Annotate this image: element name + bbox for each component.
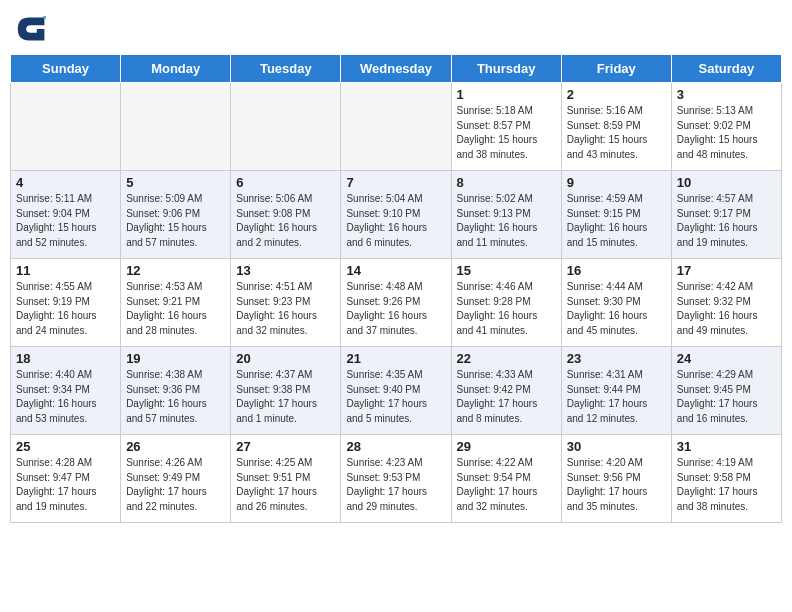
- calendar-cell: 29Sunrise: 4:22 AM Sunset: 9:54 PM Dayli…: [451, 435, 561, 523]
- day-info: Sunrise: 4:26 AM Sunset: 9:49 PM Dayligh…: [126, 456, 225, 514]
- calendar-cell: 28Sunrise: 4:23 AM Sunset: 9:53 PM Dayli…: [341, 435, 451, 523]
- calendar-cell: 5Sunrise: 5:09 AM Sunset: 9:06 PM Daylig…: [121, 171, 231, 259]
- day-number: 18: [16, 351, 115, 366]
- week-row-5: 25Sunrise: 4:28 AM Sunset: 9:47 PM Dayli…: [11, 435, 782, 523]
- calendar-cell: 3Sunrise: 5:13 AM Sunset: 9:02 PM Daylig…: [671, 83, 781, 171]
- day-info: Sunrise: 4:20 AM Sunset: 9:56 PM Dayligh…: [567, 456, 666, 514]
- calendar-cell: 1Sunrise: 5:18 AM Sunset: 8:57 PM Daylig…: [451, 83, 561, 171]
- calendar-cell: 16Sunrise: 4:44 AM Sunset: 9:30 PM Dayli…: [561, 259, 671, 347]
- calendar-cell: 24Sunrise: 4:29 AM Sunset: 9:45 PM Dayli…: [671, 347, 781, 435]
- calendar-cell: 10Sunrise: 4:57 AM Sunset: 9:17 PM Dayli…: [671, 171, 781, 259]
- day-number: 27: [236, 439, 335, 454]
- weekday-header-thursday: Thursday: [451, 55, 561, 83]
- day-number: 3: [677, 87, 776, 102]
- calendar-cell: 27Sunrise: 4:25 AM Sunset: 9:51 PM Dayli…: [231, 435, 341, 523]
- day-number: 1: [457, 87, 556, 102]
- weekday-header-row: SundayMondayTuesdayWednesdayThursdayFrid…: [11, 55, 782, 83]
- day-info: Sunrise: 4:35 AM Sunset: 9:40 PM Dayligh…: [346, 368, 445, 426]
- day-number: 5: [126, 175, 225, 190]
- logo: [14, 10, 54, 48]
- weekday-header-monday: Monday: [121, 55, 231, 83]
- day-number: 12: [126, 263, 225, 278]
- day-number: 4: [16, 175, 115, 190]
- day-info: Sunrise: 4:38 AM Sunset: 9:36 PM Dayligh…: [126, 368, 225, 426]
- week-row-3: 11Sunrise: 4:55 AM Sunset: 9:19 PM Dayli…: [11, 259, 782, 347]
- day-info: Sunrise: 4:55 AM Sunset: 9:19 PM Dayligh…: [16, 280, 115, 338]
- day-info: Sunrise: 5:13 AM Sunset: 9:02 PM Dayligh…: [677, 104, 776, 162]
- day-info: Sunrise: 4:31 AM Sunset: 9:44 PM Dayligh…: [567, 368, 666, 426]
- day-number: 9: [567, 175, 666, 190]
- day-info: Sunrise: 5:16 AM Sunset: 8:59 PM Dayligh…: [567, 104, 666, 162]
- day-number: 31: [677, 439, 776, 454]
- calendar-cell: [121, 83, 231, 171]
- day-number: 20: [236, 351, 335, 366]
- calendar-cell: 17Sunrise: 4:42 AM Sunset: 9:32 PM Dayli…: [671, 259, 781, 347]
- day-number: 15: [457, 263, 556, 278]
- day-info: Sunrise: 4:57 AM Sunset: 9:17 PM Dayligh…: [677, 192, 776, 250]
- day-number: 8: [457, 175, 556, 190]
- day-info: Sunrise: 4:53 AM Sunset: 9:21 PM Dayligh…: [126, 280, 225, 338]
- calendar-cell: 20Sunrise: 4:37 AM Sunset: 9:38 PM Dayli…: [231, 347, 341, 435]
- day-info: Sunrise: 4:33 AM Sunset: 9:42 PM Dayligh…: [457, 368, 556, 426]
- day-number: 29: [457, 439, 556, 454]
- calendar-cell: 22Sunrise: 4:33 AM Sunset: 9:42 PM Dayli…: [451, 347, 561, 435]
- day-info: Sunrise: 4:29 AM Sunset: 9:45 PM Dayligh…: [677, 368, 776, 426]
- calendar-cell: 15Sunrise: 4:46 AM Sunset: 9:28 PM Dayli…: [451, 259, 561, 347]
- calendar-cell: 31Sunrise: 4:19 AM Sunset: 9:58 PM Dayli…: [671, 435, 781, 523]
- day-number: 11: [16, 263, 115, 278]
- day-number: 7: [346, 175, 445, 190]
- day-info: Sunrise: 5:11 AM Sunset: 9:04 PM Dayligh…: [16, 192, 115, 250]
- weekday-header-sunday: Sunday: [11, 55, 121, 83]
- day-info: Sunrise: 4:40 AM Sunset: 9:34 PM Dayligh…: [16, 368, 115, 426]
- calendar-cell: [231, 83, 341, 171]
- day-number: 13: [236, 263, 335, 278]
- day-info: Sunrise: 4:51 AM Sunset: 9:23 PM Dayligh…: [236, 280, 335, 338]
- calendar-cell: 23Sunrise: 4:31 AM Sunset: 9:44 PM Dayli…: [561, 347, 671, 435]
- day-number: 24: [677, 351, 776, 366]
- logo-icon: [14, 10, 52, 48]
- week-row-2: 4Sunrise: 5:11 AM Sunset: 9:04 PM Daylig…: [11, 171, 782, 259]
- day-number: 22: [457, 351, 556, 366]
- weekday-header-friday: Friday: [561, 55, 671, 83]
- day-info: Sunrise: 4:44 AM Sunset: 9:30 PM Dayligh…: [567, 280, 666, 338]
- day-number: 26: [126, 439, 225, 454]
- calendar-cell: 9Sunrise: 4:59 AM Sunset: 9:15 PM Daylig…: [561, 171, 671, 259]
- day-number: 21: [346, 351, 445, 366]
- calendar-cell: 21Sunrise: 4:35 AM Sunset: 9:40 PM Dayli…: [341, 347, 451, 435]
- calendar-cell: [11, 83, 121, 171]
- day-number: 17: [677, 263, 776, 278]
- day-number: 25: [16, 439, 115, 454]
- page-header: [10, 10, 782, 48]
- day-number: 10: [677, 175, 776, 190]
- day-info: Sunrise: 5:02 AM Sunset: 9:13 PM Dayligh…: [457, 192, 556, 250]
- calendar-cell: 8Sunrise: 5:02 AM Sunset: 9:13 PM Daylig…: [451, 171, 561, 259]
- weekday-header-saturday: Saturday: [671, 55, 781, 83]
- day-number: 23: [567, 351, 666, 366]
- weekday-header-wednesday: Wednesday: [341, 55, 451, 83]
- day-number: 28: [346, 439, 445, 454]
- calendar-cell: 6Sunrise: 5:06 AM Sunset: 9:08 PM Daylig…: [231, 171, 341, 259]
- day-info: Sunrise: 5:04 AM Sunset: 9:10 PM Dayligh…: [346, 192, 445, 250]
- week-row-1: 1Sunrise: 5:18 AM Sunset: 8:57 PM Daylig…: [11, 83, 782, 171]
- day-number: 19: [126, 351, 225, 366]
- calendar-cell: [341, 83, 451, 171]
- calendar-cell: 30Sunrise: 4:20 AM Sunset: 9:56 PM Dayli…: [561, 435, 671, 523]
- day-number: 6: [236, 175, 335, 190]
- calendar-cell: 12Sunrise: 4:53 AM Sunset: 9:21 PM Dayli…: [121, 259, 231, 347]
- day-number: 30: [567, 439, 666, 454]
- day-info: Sunrise: 4:37 AM Sunset: 9:38 PM Dayligh…: [236, 368, 335, 426]
- calendar-cell: 11Sunrise: 4:55 AM Sunset: 9:19 PM Dayli…: [11, 259, 121, 347]
- calendar-table: SundayMondayTuesdayWednesdayThursdayFrid…: [10, 54, 782, 523]
- day-info: Sunrise: 4:23 AM Sunset: 9:53 PM Dayligh…: [346, 456, 445, 514]
- day-info: Sunrise: 4:28 AM Sunset: 9:47 PM Dayligh…: [16, 456, 115, 514]
- calendar-cell: 18Sunrise: 4:40 AM Sunset: 9:34 PM Dayli…: [11, 347, 121, 435]
- calendar-cell: 14Sunrise: 4:48 AM Sunset: 9:26 PM Dayli…: [341, 259, 451, 347]
- day-number: 14: [346, 263, 445, 278]
- day-info: Sunrise: 4:42 AM Sunset: 9:32 PM Dayligh…: [677, 280, 776, 338]
- day-info: Sunrise: 4:48 AM Sunset: 9:26 PM Dayligh…: [346, 280, 445, 338]
- day-info: Sunrise: 4:59 AM Sunset: 9:15 PM Dayligh…: [567, 192, 666, 250]
- calendar-cell: 7Sunrise: 5:04 AM Sunset: 9:10 PM Daylig…: [341, 171, 451, 259]
- day-info: Sunrise: 4:22 AM Sunset: 9:54 PM Dayligh…: [457, 456, 556, 514]
- weekday-header-tuesday: Tuesday: [231, 55, 341, 83]
- day-info: Sunrise: 4:19 AM Sunset: 9:58 PM Dayligh…: [677, 456, 776, 514]
